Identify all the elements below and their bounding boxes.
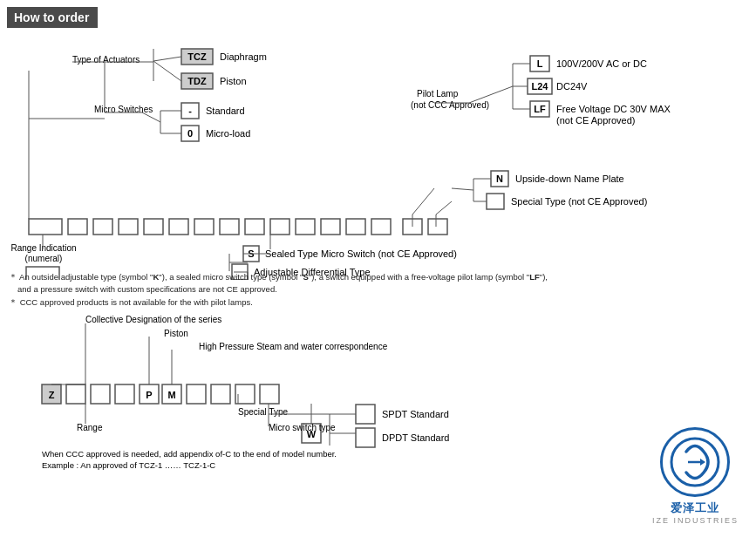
- svg-rect-31: [68, 219, 87, 235]
- LF-desc: Free Voltage DC 30V MAX: [556, 104, 671, 114]
- lower-diagram: Collective Designation of the series Pis…: [7, 310, 548, 472]
- range-indication-sub: (numeral): [25, 254, 63, 263]
- svg-rect-36: [194, 219, 214, 235]
- svg-line-22: [469, 86, 513, 103]
- svg-rect-32: [93, 219, 112, 235]
- svg-rect-68: [91, 384, 110, 404]
- type-of-actuators-label: Type of Actuators: [72, 55, 140, 65]
- tcz-label: TCZ: [187, 51, 207, 62]
- svg-rect-41: [321, 219, 340, 235]
- notes-section: ＊ An outside adjustable type (symbol "K"…: [9, 271, 576, 309]
- logo-english: IZE INDUSTRIES: [652, 516, 739, 525]
- footer-note2: Example : An approved of TCZ-1 …… TCZ-1-…: [42, 460, 215, 470]
- tdz-label: TDZ: [187, 76, 207, 86]
- svg-rect-39: [270, 219, 289, 235]
- zero-desc: Micro-load: [206, 128, 250, 139]
- micro-switch-label: Micro switch type: [269, 423, 336, 432]
- LF-desc2: (not CE Approved): [556, 115, 636, 126]
- svg-rect-38: [245, 219, 264, 235]
- note1b: and a pressure switch with custom specif…: [9, 283, 576, 296]
- svg-line-61: [412, 188, 434, 214]
- svg-rect-33: [119, 219, 138, 235]
- svg-rect-43: [371, 219, 391, 235]
- svg-rect-77: [356, 405, 375, 424]
- svg-rect-42: [346, 219, 365, 235]
- N-label: N: [496, 173, 503, 184]
- svg-rect-75: [260, 384, 279, 404]
- LF-label: LF: [534, 104, 546, 114]
- range-label: Range: [77, 423, 103, 432]
- svg-rect-30: [29, 219, 62, 235]
- svg-line-29: [452, 188, 473, 190]
- range-indication-label: Range Indication: [10, 243, 76, 253]
- collective-label: Collective Designation of the series: [85, 315, 221, 324]
- svg-line-2: [153, 57, 181, 61]
- svg-rect-67: [66, 384, 85, 404]
- svg-rect-25: [487, 194, 504, 209]
- logo-icon: [669, 436, 721, 488]
- footer-note1: When CCC approved is needed, add appendi…: [42, 449, 337, 459]
- page-title: How to order: [7, 7, 98, 28]
- svg-rect-40: [296, 219, 315, 235]
- L24-desc: DC24V: [556, 81, 588, 92]
- Z-label: Z: [49, 390, 55, 400]
- pilot-lamp-sub: (not CCC Approved): [411, 100, 489, 110]
- L-label: L: [537, 58, 543, 69]
- L-desc: 100V/200V AC or DC: [556, 58, 647, 69]
- note1: ＊ An outside adjustable type (symbol "K"…: [9, 271, 576, 283]
- svg-rect-73: [211, 384, 230, 404]
- pilot-lamp-label: Pilot Lamp: [417, 89, 459, 99]
- special-type-desc: Special Type (not CE Approved): [511, 196, 647, 207]
- S-desc: Sealed Type Micro Switch (not CE Approve…: [265, 248, 457, 259]
- tdz-desc: Piston: [220, 76, 247, 86]
- dash-label: -: [188, 105, 192, 116]
- svg-rect-34: [144, 219, 163, 235]
- logo-area: 爱泽工业 IZE INDUSTRIES: [652, 427, 739, 525]
- svg-rect-37: [220, 219, 239, 235]
- svg-rect-72: [187, 384, 206, 404]
- svg-line-63: [436, 201, 452, 214]
- logo-circle: [660, 427, 730, 497]
- N-desc: Upside-down Name Plate: [515, 173, 624, 184]
- M-label: M: [167, 390, 175, 400]
- svg-marker-92: [700, 459, 705, 466]
- logo-chinese: 爱泽工业: [652, 500, 739, 516]
- dpdt-label: DPDT Standard: [382, 432, 449, 443]
- dash-desc: Standard: [206, 105, 245, 116]
- svg-rect-78: [356, 428, 375, 447]
- svg-line-3: [153, 61, 181, 81]
- P-label: P: [146, 390, 152, 400]
- svg-rect-35: [169, 219, 188, 235]
- spdt-label: SPDT Standard: [382, 409, 449, 419]
- note2: ＊ CCC approved products is not available…: [9, 296, 576, 309]
- zero-label: 0: [187, 128, 193, 139]
- svg-rect-69: [115, 384, 134, 404]
- tcz-desc: Diaphragm: [220, 51, 267, 62]
- high-pressure-label: High Pressure Steam and water correspond…: [199, 342, 388, 351]
- page: How to order TCZ TDZ Diaphragm Piston Ty…: [0, 0, 756, 551]
- upper-diagram: TCZ TDZ Diaphragm Piston Type of Actuato…: [7, 31, 739, 280]
- piston-label: Piston: [164, 329, 188, 338]
- L24-label: L24: [532, 81, 549, 92]
- special-type-lower: Special Type: [238, 407, 289, 417]
- svg-rect-45: [428, 219, 447, 235]
